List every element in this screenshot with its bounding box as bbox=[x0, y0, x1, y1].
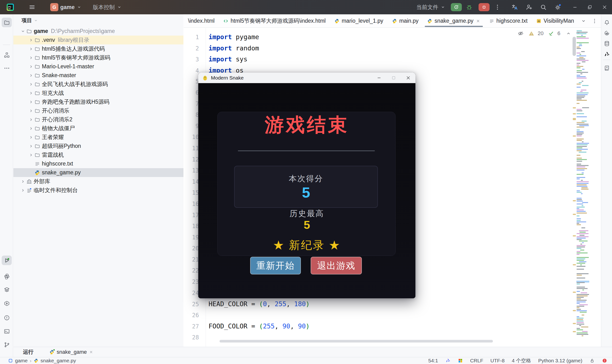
tree-item-全民飞机大战手机游戏源码[interactable]: 全民飞机大战手机游戏源码 bbox=[14, 80, 183, 89]
interpreter[interactable]: Python 3.12 (game) bbox=[538, 358, 582, 364]
tree-item-王者荣耀[interactable]: 王者荣耀 bbox=[14, 133, 183, 142]
restart-button[interactable]: 重新开始 bbox=[250, 257, 301, 274]
tool-terminal-button[interactable] bbox=[2, 326, 12, 336]
code-line-26[interactable]: 26 bbox=[184, 310, 572, 321]
tree-item-开心消消乐2[interactable]: 开心消消乐2 bbox=[14, 115, 183, 124]
caret-position[interactable]: 54:1 bbox=[428, 358, 438, 364]
breadcrumb-file[interactable]: snake_game.py bbox=[41, 358, 76, 364]
close-icon[interactable] bbox=[476, 19, 480, 23]
game-minimize-button[interactable] bbox=[372, 73, 386, 83]
tree-item-html5捕鱼达人游戏源代码[interactable]: html5捕鱼达人游戏源代码 bbox=[14, 44, 183, 53]
tool-project-button[interactable] bbox=[2, 18, 12, 27]
more-tool-windows-button[interactable] bbox=[2, 63, 12, 73]
tree-item-snake_game.py[interactable]: snake_game.py bbox=[14, 168, 183, 177]
window-minimize-button[interactable] bbox=[568, 0, 582, 14]
chevron-down-icon[interactable] bbox=[20, 28, 26, 34]
tab--index.html[interactable]: \index.html bbox=[184, 14, 219, 27]
quit-button[interactable]: 退出游戏 bbox=[311, 257, 362, 274]
code-line-25[interactable]: 25HEAD_COLOR = (0, 255, 180) bbox=[184, 299, 572, 310]
chevron-right-icon[interactable] bbox=[20, 187, 26, 193]
prev-problem-icon[interactable] bbox=[565, 30, 571, 37]
tree-item-开心消消乐[interactable]: 开心消消乐 bbox=[14, 106, 183, 115]
chevron-right-icon[interactable] bbox=[28, 99, 34, 105]
tab-highscore.txt[interactable]: highscore.txt bbox=[485, 14, 532, 27]
vcs-widget[interactable]: 版本控制 bbox=[90, 2, 124, 13]
rerun-button[interactable] bbox=[451, 3, 462, 11]
chevron-right-icon[interactable] bbox=[28, 134, 34, 140]
tree-item-植物大战僵尸[interactable]: 植物大战僵尸 bbox=[14, 124, 183, 133]
error-notification-icon[interactable] bbox=[602, 358, 607, 363]
code-line-3[interactable]: 3import sys bbox=[184, 54, 572, 65]
code-line-1[interactable]: 1import pygame bbox=[184, 32, 572, 43]
minimap[interactable] bbox=[572, 28, 590, 347]
tool-git-button[interactable] bbox=[2, 340, 12, 350]
chevron-right-icon[interactable] bbox=[28, 55, 34, 61]
chevron-right-icon[interactable] bbox=[28, 126, 34, 131]
notifications-button[interactable] bbox=[602, 18, 612, 27]
hidden-tabs-button[interactable] bbox=[580, 18, 587, 24]
code-with-me-button[interactable] bbox=[523, 2, 535, 12]
project-panel-header[interactable]: 项目 bbox=[14, 14, 183, 27]
tree-item-外部库[interactable]: 外部库 bbox=[14, 177, 183, 186]
translate-button[interactable] bbox=[509, 2, 521, 12]
tree-item-雷霆战机[interactable]: 雷霆战机 bbox=[14, 150, 183, 159]
horizontal-scrollbar[interactable] bbox=[220, 340, 493, 342]
tab-mario_level_1.py[interactable]: mario_level_1.py bbox=[330, 14, 388, 27]
tree-item-坦克大战[interactable]: 坦克大战 bbox=[14, 89, 183, 97]
close-icon[interactable] bbox=[89, 350, 93, 354]
lingma-button[interactable] bbox=[602, 50, 612, 59]
tree-item-Mario-Level-1-master[interactable]: Mario-Level-1-master bbox=[14, 62, 183, 71]
ai-assistant-button[interactable] bbox=[602, 28, 612, 38]
indent-style[interactable]: 4 个空格 bbox=[512, 357, 531, 364]
chevron-right-icon[interactable] bbox=[28, 152, 34, 158]
tool-services-button[interactable] bbox=[2, 285, 12, 295]
tool-python-packages-button[interactable] bbox=[2, 272, 12, 281]
tree-item-.venv[interactable]: .venvlibrary根目录 bbox=[14, 36, 183, 44]
tab-options-button[interactable] bbox=[591, 18, 598, 24]
tab-html5节奏钢琴大师游戏源码-index.html[interactable]: html5节奏钢琴大师游戏源码\index.html bbox=[219, 14, 330, 27]
tab-VisibilityMan[interactable]: JSVisibilityMan bbox=[532, 14, 578, 27]
stop-button[interactable] bbox=[479, 3, 489, 11]
lingma-icon[interactable] bbox=[445, 358, 451, 363]
code-line-27[interactable]: 27FOOD_COLOR = (255, 90, 90) bbox=[184, 321, 572, 332]
line-ending[interactable]: CRLF bbox=[470, 358, 483, 364]
chevron-right-icon[interactable] bbox=[28, 81, 34, 87]
main-menu-button[interactable] bbox=[26, 2, 38, 12]
tool-structure-button[interactable] bbox=[2, 50, 12, 60]
chevron-right-icon[interactable] bbox=[28, 37, 34, 43]
project-widget[interactable]: G game bbox=[48, 2, 84, 13]
game-close-button[interactable] bbox=[401, 73, 416, 83]
unlock-icon[interactable] bbox=[589, 358, 595, 363]
chevron-right-icon[interactable] bbox=[28, 64, 34, 69]
database-button[interactable] bbox=[602, 39, 612, 48]
tree-item-Snake-master[interactable]: Snake-master bbox=[14, 71, 183, 80]
tab-snake_game.py[interactable]: snake_game.py bbox=[423, 14, 485, 27]
tool-run-button[interactable] bbox=[2, 256, 12, 265]
tree-item-game[interactable]: gameD:\PycharmProjects\game bbox=[14, 27, 183, 36]
breadcrumb[interactable]: game › snake_game.py bbox=[8, 358, 76, 364]
tree-item-奔跑吧兔子跑酷游戏H5源码[interactable]: 奔跑吧兔子跑酷游戏H5源码 bbox=[14, 97, 183, 106]
highlighting-level-icon[interactable] bbox=[517, 30, 524, 37]
chevron-right-icon[interactable] bbox=[28, 117, 34, 123]
encoding[interactable]: UTF-8 bbox=[490, 358, 505, 364]
inspections-widget[interactable]: 20 6 bbox=[517, 30, 581, 37]
settings-button[interactable] bbox=[552, 2, 564, 12]
scrollbar-thumb[interactable] bbox=[572, 37, 576, 56]
debug-button[interactable] bbox=[463, 2, 475, 12]
tool-problems-button[interactable] bbox=[2, 313, 12, 323]
run-config-selector[interactable]: 当前文件 bbox=[414, 2, 448, 13]
tab-main.py[interactable]: main.py bbox=[388, 14, 423, 27]
tool-python-console-button[interactable] bbox=[2, 299, 12, 308]
chevron-right-icon[interactable] bbox=[28, 143, 34, 149]
more-actions-button[interactable] bbox=[491, 2, 503, 12]
tree-item-临时文件和控制台[interactable]: 临时文件和控制台 bbox=[14, 186, 183, 195]
microsoft-icon[interactable] bbox=[458, 358, 463, 363]
chevron-right-icon[interactable] bbox=[28, 46, 34, 52]
tree-item-html5节奏钢琴大师游戏源码[interactable]: html5节奏钢琴大师游戏源码 bbox=[14, 53, 183, 62]
modern-snake-window[interactable]: Modern Snake 游戏结束 本次得分 5 历史最高 5 ★ 新纪录 ★ … bbox=[198, 73, 416, 298]
tree-item-highscore.txt[interactable]: highscore.txt bbox=[14, 159, 183, 168]
chevron-right-icon[interactable] bbox=[28, 90, 34, 96]
chevron-right-icon[interactable] bbox=[28, 108, 34, 114]
run-tab-snake-game[interactable]: snake_game bbox=[49, 349, 93, 355]
breadcrumb-project[interactable]: game bbox=[15, 358, 28, 364]
